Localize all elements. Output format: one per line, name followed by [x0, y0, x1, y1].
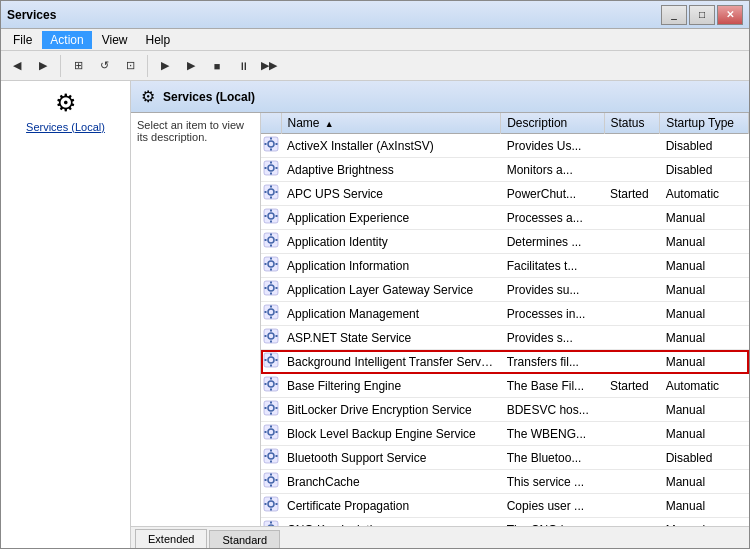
- service-icon: [261, 446, 281, 470]
- svg-rect-40: [265, 287, 267, 289]
- service-status: Started: [604, 374, 660, 398]
- svg-rect-70: [265, 407, 267, 409]
- menu-action[interactable]: Action: [42, 31, 91, 49]
- sidebar-icon: ⚙: [55, 89, 77, 117]
- service-description: Facilitates t...: [501, 254, 604, 278]
- table-row[interactable]: Certificate PropagationCopies user ...Ma…: [261, 494, 749, 518]
- col-header-icon[interactable]: [261, 113, 281, 134]
- service-status: [604, 230, 660, 254]
- svg-rect-29: [276, 239, 278, 241]
- svg-rect-23: [276, 215, 278, 217]
- table-row[interactable]: Base Filtering EngineThe Base Fil...Star…: [261, 374, 749, 398]
- show-hide-button[interactable]: ⊞: [66, 54, 90, 78]
- svg-rect-39: [270, 293, 272, 295]
- table-row[interactable]: Application ManagementProcesses in...Man…: [261, 302, 749, 326]
- service-name: ASP.NET State Service: [281, 326, 501, 350]
- svg-rect-86: [270, 474, 272, 476]
- status-bar: Extended Standard: [131, 526, 749, 548]
- close-button[interactable]: ✕: [717, 5, 743, 25]
- table-row[interactable]: Bluetooth Support ServiceThe Bluetoo...D…: [261, 446, 749, 470]
- table-row[interactable]: Adaptive BrightnessMonitors a...Disabled: [261, 158, 749, 182]
- service-description: The Base Fil...: [501, 374, 604, 398]
- service-name: Application Identity: [281, 230, 501, 254]
- service-startup: Manual: [660, 230, 749, 254]
- forward-button[interactable]: ▶: [31, 54, 55, 78]
- sidebar-label[interactable]: Services (Local): [26, 121, 105, 133]
- refresh-button[interactable]: ↺: [92, 54, 116, 78]
- table-row[interactable]: Background Intelligent Transfer ServiceT…: [261, 350, 749, 374]
- service-description: PowerChut...: [501, 182, 604, 206]
- back-button[interactable]: ◀: [5, 54, 29, 78]
- menu-view[interactable]: View: [94, 31, 136, 49]
- service-icon: [261, 374, 281, 398]
- svg-rect-35: [276, 263, 278, 265]
- services-body: Select an item to view its description. …: [131, 113, 749, 526]
- service-startup: Disabled: [660, 134, 749, 158]
- export-button[interactable]: ⊡: [118, 54, 142, 78]
- table-row[interactable]: ActiveX Installer (AxInstSV)Provides Us.…: [261, 134, 749, 158]
- tab-extended[interactable]: Extended: [135, 529, 207, 549]
- table-row[interactable]: Application IdentityDetermines ...Manual: [261, 230, 749, 254]
- pause-button[interactable]: ⏸: [231, 54, 255, 78]
- gear-icon: [263, 208, 279, 224]
- service-status: [604, 350, 660, 374]
- service-startup: Disabled: [660, 446, 749, 470]
- svg-rect-53: [276, 335, 278, 337]
- svg-rect-76: [265, 431, 267, 433]
- table-row[interactable]: BranchCacheThis service ...Manual: [261, 470, 749, 494]
- table-row[interactable]: Block Level Backup Engine ServiceThe WBE…: [261, 422, 749, 446]
- service-status: [604, 254, 660, 278]
- table-container[interactable]: Name ▲ Description Status: [261, 113, 749, 526]
- start-button[interactable]: ▶: [153, 54, 177, 78]
- col-header-name[interactable]: Name ▲: [281, 113, 501, 134]
- service-status: [604, 302, 660, 326]
- content-panel: ⚙ Services (Local) Select an item to vie…: [131, 81, 749, 548]
- toolbar-separator-1: [60, 55, 61, 77]
- table-row[interactable]: BitLocker Drive Encryption ServiceBDESVC…: [261, 398, 749, 422]
- service-name: Application Layer Gateway Service: [281, 278, 501, 302]
- service-name: Adaptive Brightness: [281, 158, 501, 182]
- maximize-button[interactable]: □: [689, 5, 715, 25]
- stop-button[interactable]: ■: [205, 54, 229, 78]
- svg-rect-17: [276, 191, 278, 193]
- svg-rect-44: [270, 306, 272, 308]
- table-row[interactable]: Application Layer Gateway ServiceProvide…: [261, 278, 749, 302]
- svg-rect-28: [265, 239, 267, 241]
- menu-bar: File Action View Help: [1, 29, 749, 51]
- service-icon: [261, 326, 281, 350]
- table-row[interactable]: Application InformationFacilitates t...M…: [261, 254, 749, 278]
- svg-rect-62: [270, 378, 272, 380]
- main-area: ⚙ Services (Local) ⚙ Services (Local) Se…: [1, 81, 749, 548]
- svg-rect-65: [276, 383, 278, 385]
- minimize-button[interactable]: _: [661, 5, 687, 25]
- svg-rect-47: [276, 311, 278, 313]
- table-row[interactable]: APC UPS ServicePowerChut...StartedAutoma…: [261, 182, 749, 206]
- svg-rect-77: [276, 431, 278, 433]
- table-row[interactable]: ASP.NET State ServiceProvides s...Manual: [261, 326, 749, 350]
- service-status: [604, 158, 660, 182]
- col-header-startup[interactable]: Startup Type: [660, 113, 749, 134]
- svg-rect-57: [270, 365, 272, 367]
- svg-rect-14: [270, 186, 272, 188]
- svg-rect-3: [270, 149, 272, 151]
- play-button[interactable]: ▶: [179, 54, 203, 78]
- col-header-status[interactable]: Status: [604, 113, 660, 134]
- svg-rect-63: [270, 389, 272, 391]
- service-startup: Manual: [660, 326, 749, 350]
- title-bar: Services _ □ ✕: [1, 1, 749, 29]
- gear-icon: [263, 232, 279, 248]
- tab-standard[interactable]: Standard: [209, 530, 280, 549]
- menu-file[interactable]: File: [5, 31, 40, 49]
- col-header-description[interactable]: Description: [501, 113, 604, 134]
- service-icon: [261, 398, 281, 422]
- table-row[interactable]: Application ExperienceProcesses a...Manu…: [261, 206, 749, 230]
- svg-rect-82: [265, 455, 267, 457]
- restart-button[interactable]: ▶▶: [257, 54, 281, 78]
- panel-header: ⚙ Services (Local): [131, 81, 749, 113]
- window-controls: _ □ ✕: [661, 5, 743, 25]
- services-table: Name ▲ Description Status: [261, 113, 749, 526]
- menu-help[interactable]: Help: [138, 31, 179, 49]
- table-row[interactable]: CNG Key IsolationThe CNG ke...Manual: [261, 518, 749, 527]
- service-startup: Manual: [660, 350, 749, 374]
- service-name: Application Information: [281, 254, 501, 278]
